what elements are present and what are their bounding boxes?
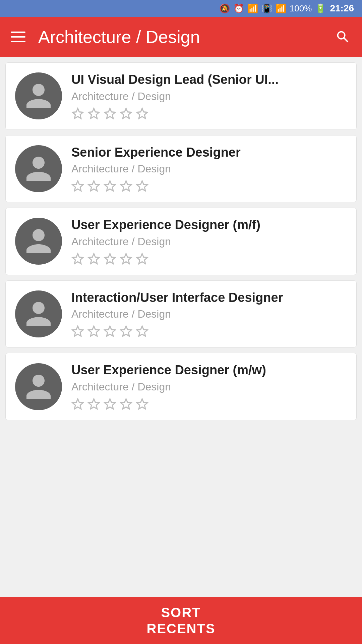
sort-label-line2: RECENTS — [146, 621, 215, 637]
app-bar: Architecture / Design — [0, 17, 362, 57]
star-icon[interactable] — [71, 180, 84, 193]
job-card[interactable]: UI Visual Design Lead (Senior UI...Archi… — [5, 62, 357, 130]
star-icon[interactable] — [87, 180, 100, 193]
status-icons: 🔕 ⏰ 📶 📳 📶 100% 🔋 — [219, 3, 326, 14]
star-icon[interactable] — [71, 107, 84, 120]
star-rating[interactable] — [71, 253, 347, 265]
job-title: UI Visual Design Lead (Senior UI... — [71, 72, 347, 88]
star-icon[interactable] — [71, 253, 84, 265]
job-category: Architecture / Design — [71, 163, 347, 175]
notification-icon: 🔕 — [219, 3, 230, 14]
star-rating[interactable] — [71, 107, 347, 120]
job-category: Architecture / Design — [71, 90, 347, 103]
search-button[interactable] — [335, 29, 351, 45]
menu-button[interactable] — [11, 29, 27, 45]
star-rating[interactable] — [71, 180, 347, 193]
sort-button[interactable]: SORT RECENTS — [0, 597, 362, 644]
star-icon[interactable] — [87, 253, 100, 265]
wifi-icon: 📶 — [247, 3, 258, 14]
job-card[interactable]: Interaction/User Interface DesignerArchi… — [5, 280, 357, 348]
star-icon[interactable] — [136, 325, 148, 338]
job-card[interactable]: User Experience Designer (m/f)Architectu… — [5, 208, 357, 275]
job-list: UI Visual Design Lead (Senior UI...Archi… — [0, 57, 362, 644]
star-icon[interactable] — [71, 398, 84, 411]
page-title: Architecture / Design — [38, 27, 335, 47]
battery-icon: 🔋 — [315, 3, 326, 14]
status-time: 21:26 — [330, 3, 354, 14]
star-icon[interactable] — [136, 107, 148, 120]
battery-percent: 100% — [290, 3, 312, 14]
star-icon[interactable] — [71, 325, 84, 338]
job-info: User Experience Designer (m/w)Architectu… — [71, 363, 347, 411]
star-icon[interactable] — [104, 253, 116, 265]
signal-icon: 📶 — [276, 3, 286, 14]
job-title: Senior Experience Designer — [71, 145, 347, 160]
job-title: User Experience Designer (m/w) — [71, 363, 347, 378]
avatar — [15, 290, 62, 337]
job-info: UI Visual Design Lead (Senior UI...Archi… — [71, 72, 347, 120]
star-icon[interactable] — [104, 107, 116, 120]
star-icon[interactable] — [87, 398, 100, 411]
star-icon[interactable] — [136, 180, 148, 193]
job-card[interactable]: User Experience Designer (m/w)Architectu… — [5, 353, 357, 420]
job-title: Interaction/User Interface Designer — [71, 290, 347, 306]
job-info: Interaction/User Interface DesignerArchi… — [71, 290, 347, 338]
job-category: Architecture / Design — [71, 235, 347, 248]
star-icon[interactable] — [120, 253, 132, 265]
job-info: Senior Experience DesignerArchitecture /… — [71, 145, 347, 193]
star-icon[interactable] — [104, 180, 116, 193]
alarm-icon: ⏰ — [233, 3, 244, 14]
star-icon[interactable] — [120, 107, 132, 120]
job-category: Architecture / Design — [71, 381, 347, 393]
star-icon[interactable] — [136, 253, 148, 265]
job-card[interactable]: Senior Experience DesignerArchitecture /… — [5, 135, 357, 203]
star-icon[interactable] — [104, 398, 116, 411]
star-icon[interactable] — [87, 325, 100, 338]
star-icon[interactable] — [120, 180, 132, 193]
job-title: User Experience Designer (m/f) — [71, 217, 347, 233]
star-rating[interactable] — [71, 398, 347, 411]
status-bar: 🔕 ⏰ 📶 📳 📶 100% 🔋 21:26 — [0, 0, 362, 17]
avatar — [15, 72, 62, 119]
avatar — [15, 218, 62, 265]
star-rating[interactable] — [71, 325, 347, 338]
star-icon[interactable] — [87, 107, 100, 120]
star-icon[interactable] — [120, 325, 132, 338]
star-icon[interactable] — [120, 398, 132, 411]
job-info: User Experience Designer (m/f)Architectu… — [71, 217, 347, 265]
sim-icon: 📳 — [261, 3, 272, 14]
avatar — [15, 363, 62, 410]
star-icon[interactable] — [104, 325, 116, 338]
sort-label-line1: SORT — [161, 604, 201, 621]
job-category: Architecture / Design — [71, 308, 347, 320]
star-icon[interactable] — [136, 398, 148, 411]
avatar — [15, 145, 62, 192]
